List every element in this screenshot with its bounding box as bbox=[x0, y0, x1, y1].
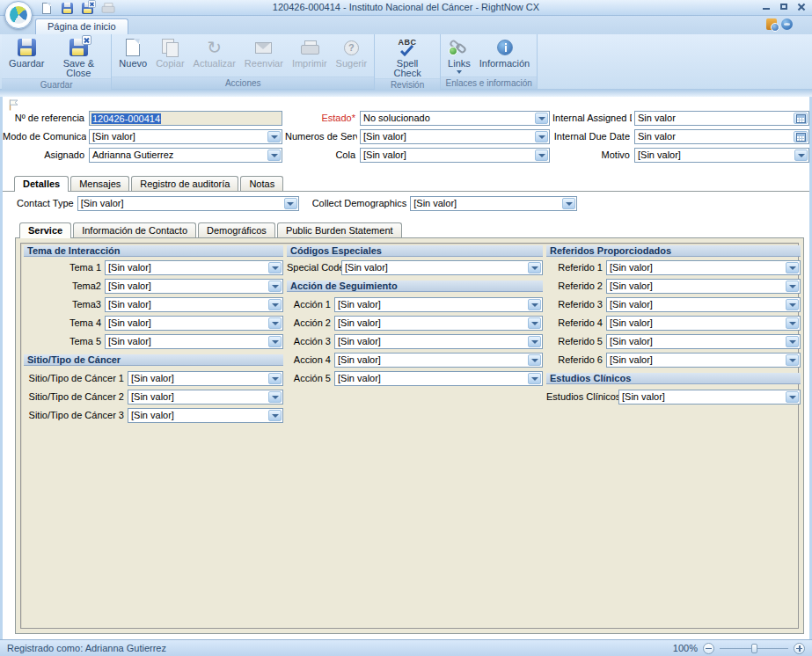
estudios-clinicos-dropdown[interactable]: [Sin valor] bbox=[618, 390, 801, 405]
chevron-down-icon bbox=[268, 410, 282, 421]
contact-row: Contact Type [Sin valor] Collect Demogra… bbox=[3, 196, 809, 211]
numeros-de-servicio-dropdown[interactable]: [Sin valor] bbox=[360, 129, 550, 144]
tema-1-label: Tema 1 bbox=[24, 260, 105, 275]
sitio-tipo-cancer-1-dropdown[interactable]: [Sin valor] bbox=[128, 371, 283, 386]
accion-4-dropdown[interactable]: [Sin valor] bbox=[334, 353, 543, 368]
restore-button[interactable] bbox=[776, 2, 791, 11]
chevron-down-icon bbox=[786, 281, 799, 292]
minimize-icon bbox=[763, 8, 770, 10]
checkmark-icon bbox=[400, 45, 414, 56]
tema-4-dropdown[interactable]: [Sin valor] bbox=[105, 316, 283, 331]
tab-notas[interactable]: Notas bbox=[240, 176, 283, 191]
guardar-button[interactable]: Guardar bbox=[4, 36, 48, 78]
estado-dropdown[interactable]: No solucionado bbox=[360, 111, 550, 126]
chevron-down-icon bbox=[535, 131, 548, 142]
special-code-dropdown[interactable]: [Sin valor] bbox=[341, 260, 543, 275]
column-codigos: Códigos Especiales Special Code[Sin valo… bbox=[287, 245, 543, 390]
copiar-button[interactable]: Copiar bbox=[151, 36, 188, 77]
chevron-down-icon bbox=[528, 354, 541, 366]
calendar-icon[interactable] bbox=[794, 131, 808, 142]
accion-5-dropdown[interactable]: [Sin valor] bbox=[334, 371, 543, 386]
tab-registro-de-auditoria[interactable]: Registro de auditoría bbox=[131, 176, 238, 191]
referido-3-label: Referido 3 bbox=[546, 297, 606, 312]
chevron-down-icon bbox=[268, 262, 282, 273]
tema-2-label: Tema2 bbox=[24, 279, 105, 294]
logged-in-status: Registrado como: Adrianna Gutierrez bbox=[7, 643, 673, 653]
estado-label: Estado* bbox=[285, 111, 357, 126]
zoom-slider-thumb[interactable] bbox=[751, 644, 757, 653]
tema-2-dropdown[interactable]: [Sin valor] bbox=[105, 279, 283, 294]
incident-header-form: Nº de referencia 120426-000414 Estado* N… bbox=[3, 97, 809, 166]
accion-3-dropdown[interactable]: [Sin valor] bbox=[334, 334, 543, 349]
referido-4-label: Referido 4 bbox=[546, 316, 606, 331]
tab-detalles[interactable]: Detalles bbox=[14, 176, 69, 192]
close-button[interactable] bbox=[794, 2, 808, 11]
chevron-down-icon bbox=[457, 70, 462, 74]
asignado-dropdown[interactable]: Adrianna Gutierrez bbox=[89, 148, 282, 163]
accion-2-dropdown[interactable]: [Sin valor] bbox=[334, 316, 543, 331]
tab-mensajes[interactable]: Mensajes bbox=[70, 176, 129, 191]
app-menu-button[interactable] bbox=[4, 1, 33, 29]
referido-4-dropdown[interactable]: [Sin valor] bbox=[606, 316, 801, 331]
reenviar-button[interactable]: Reenviar bbox=[240, 36, 288, 77]
asignado-label: Asignado bbox=[3, 148, 86, 163]
tema-1-dropdown[interactable]: [Sin valor] bbox=[105, 260, 283, 275]
zoom-out-button[interactable] bbox=[703, 643, 714, 654]
special-code-label: Special Code bbox=[287, 260, 341, 275]
tab-demograficos[interactable]: Demográficos bbox=[198, 222, 275, 237]
minimize-button[interactable] bbox=[758, 2, 773, 11]
spell-check-button[interactable]: ABC Spell Check bbox=[377, 36, 437, 78]
tab-informacion-de-contacto[interactable]: Información de Contacto bbox=[73, 222, 196, 237]
informacion-button[interactable]: Información bbox=[475, 36, 534, 77]
referido-3-dropdown[interactable]: [Sin valor] bbox=[606, 297, 801, 312]
zoom-slider[interactable] bbox=[720, 643, 788, 654]
titlebar-right-icons bbox=[766, 18, 793, 30]
nuevo-button[interactable]: Nuevo bbox=[114, 36, 151, 77]
tab-service[interactable]: Service bbox=[19, 222, 71, 238]
referido-6-label: Referido 6 bbox=[546, 353, 606, 368]
cola-dropdown[interactable]: [Sin valor] bbox=[360, 148, 550, 163]
save-and-close-button[interactable]: Save & Close bbox=[48, 36, 108, 78]
internal-assigned-date-field[interactable]: Sin valor bbox=[634, 111, 809, 126]
sitio-2-label: Sitio/Tipo de Cáncer 2 bbox=[24, 390, 128, 405]
chevron-down-icon bbox=[268, 317, 282, 329]
section-header-accion: Acción de Seguimiento bbox=[287, 281, 543, 292]
chevron-down-icon bbox=[786, 299, 799, 310]
zoom-in-button[interactable] bbox=[794, 643, 805, 654]
actualizar-button[interactable]: ↻ Actualizar bbox=[189, 36, 240, 77]
sitio-tipo-cancer-3-dropdown[interactable]: [Sin valor] bbox=[128, 408, 283, 423]
ribbon: Guardar Save & Close Guardar Nuevo Copia… bbox=[0, 34, 812, 89]
tab-public-burden-statement[interactable]: Public Burden Statement bbox=[277, 222, 402, 237]
tema-3-dropdown[interactable]: [Sin valor] bbox=[105, 297, 283, 312]
ribbon-group-revision: ABC Spell Check Revisión bbox=[375, 34, 441, 89]
tema-5-dropdown[interactable]: [Sin valor] bbox=[105, 334, 283, 349]
sitio-tipo-cancer-2-dropdown[interactable]: [Sin valor] bbox=[128, 390, 283, 405]
tab-pagina-de-inicio[interactable]: Página de inicio bbox=[35, 18, 128, 34]
section-header-estudios: Estudios Clínicos bbox=[546, 373, 801, 384]
referido-6-dropdown[interactable]: [Sin valor] bbox=[606, 353, 801, 368]
accion-3-label: Acción 3 bbox=[287, 334, 334, 349]
reference-number-field[interactable]: 120426-000414 bbox=[89, 111, 282, 126]
modo-de-comunicarse-dropdown[interactable]: [Sin valor] bbox=[89, 129, 282, 144]
close-badge-icon bbox=[82, 35, 91, 45]
referido-5-dropdown[interactable]: [Sin valor] bbox=[606, 334, 801, 349]
referido-2-dropdown[interactable]: [Sin valor] bbox=[606, 279, 801, 294]
accion-1-dropdown[interactable]: [Sin valor] bbox=[334, 297, 543, 312]
links-button[interactable]: Links bbox=[443, 36, 475, 77]
sugerir-button[interactable]: ? Sugerir bbox=[332, 36, 371, 77]
calendar-icon[interactable] bbox=[794, 113, 808, 124]
flag-icon[interactable] bbox=[7, 98, 20, 113]
service-form-panel: Tema de Interacción Tema 1[Sin valor] Te… bbox=[20, 243, 799, 629]
contact-type-dropdown[interactable]: [Sin valor] bbox=[77, 196, 299, 211]
book-icon[interactable] bbox=[766, 18, 777, 30]
internal-due-date-field[interactable]: Sin valor bbox=[634, 129, 809, 144]
status-bar: Registrado como: Adrianna Gutierrez 100% bbox=[0, 639, 812, 656]
internal-due-date-label: Internal Due Date bbox=[552, 129, 632, 144]
referido-1-dropdown[interactable]: [Sin valor] bbox=[606, 260, 801, 275]
imprimir-button[interactable]: Imprimir bbox=[288, 36, 332, 77]
new-document-icon bbox=[126, 39, 140, 56]
globe-icon[interactable] bbox=[781, 18, 793, 30]
collect-demographics-dropdown[interactable]: [Sin valor] bbox=[410, 196, 577, 211]
motivo-dropdown[interactable]: [Sin valor] bbox=[634, 148, 809, 163]
accion-1-label: Acción 1 bbox=[287, 297, 334, 312]
